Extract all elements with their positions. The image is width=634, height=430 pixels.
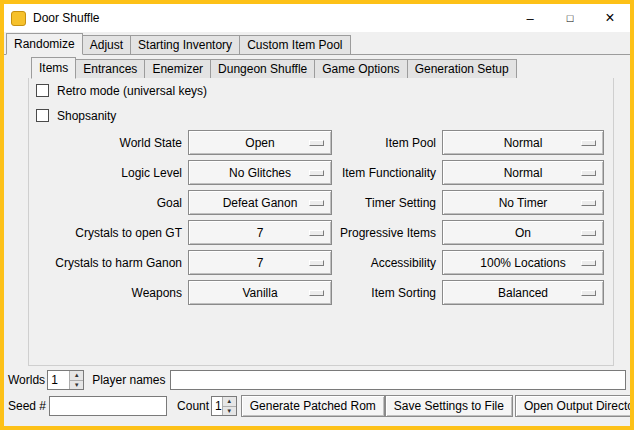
tab-randomize[interactable]: Randomize bbox=[6, 33, 83, 55]
accessibility-dropdown[interactable]: 100% Locations bbox=[442, 250, 604, 275]
tab-items[interactable]: Items bbox=[31, 57, 76, 79]
item-functionality-value: Normal bbox=[504, 166, 543, 180]
outer-tab-row: Randomize Adjust Starting Inventory Cust… bbox=[4, 32, 630, 55]
progressive-items-label: Progressive Items bbox=[292, 220, 436, 245]
worlds-value: 1 bbox=[48, 371, 69, 389]
weapons-value: Vanilla bbox=[242, 286, 277, 300]
tab-starting-inventory[interactable]: Starting Inventory bbox=[130, 35, 240, 54]
maximize-button[interactable]: □ bbox=[550, 4, 590, 32]
save-settings-button[interactable]: Save Settings to File bbox=[385, 395, 513, 417]
minimize-button[interactable]: – bbox=[510, 4, 550, 32]
goal-value: Defeat Ganon bbox=[223, 196, 298, 210]
dropdown-indicator-icon bbox=[581, 290, 596, 296]
shopsanity-row: Shopsanity bbox=[36, 108, 116, 123]
shopsanity-label: Shopsanity bbox=[57, 109, 116, 123]
crystals-harm-ganon-label: Crystals to harm Ganon bbox=[22, 250, 182, 275]
timer-setting-label: Timer Setting bbox=[292, 190, 436, 215]
dropdown-indicator-icon bbox=[581, 230, 596, 236]
item-functionality-dropdown[interactable]: Normal bbox=[442, 160, 604, 185]
tab-generation-setup[interactable]: Generation Setup bbox=[407, 59, 517, 78]
worlds-label: Worlds bbox=[8, 373, 45, 387]
dropdown-indicator-icon bbox=[581, 170, 596, 176]
dropdown-indicator-icon bbox=[581, 140, 596, 146]
retro-mode-checkbox[interactable] bbox=[36, 84, 49, 97]
footer-row-seed: Seed # Count 1 ▲ ▼ Generate Patched Rom … bbox=[8, 395, 626, 417]
timer-setting-dropdown[interactable]: No Timer bbox=[442, 190, 604, 215]
player-names-label: Player names bbox=[92, 373, 165, 387]
count-value: 1 bbox=[212, 397, 222, 415]
item-sorting-value: Balanced bbox=[498, 286, 548, 300]
crystals-harm-ganon-value: 7 bbox=[257, 256, 264, 270]
seed-input[interactable] bbox=[49, 396, 167, 416]
dropdown-indicator-icon bbox=[581, 200, 596, 206]
weapons-label: Weapons bbox=[22, 280, 182, 305]
worlds-spinner[interactable]: 1 ▲ ▼ bbox=[47, 370, 84, 390]
tab-enemizer[interactable]: Enemizer bbox=[144, 59, 211, 78]
shopsanity-checkbox[interactable] bbox=[36, 109, 49, 122]
accessibility-value: 100% Locations bbox=[480, 256, 565, 270]
item-pool-value: Normal bbox=[504, 136, 543, 150]
progressive-items-value: On bbox=[515, 226, 531, 240]
dropdown-indicator-icon bbox=[581, 260, 596, 266]
spin-down-icon[interactable]: ▼ bbox=[69, 381, 83, 390]
timer-setting-value: No Timer bbox=[499, 196, 548, 210]
door-shuffle-window: Door Shuffle – □ × Randomize Adjust Star… bbox=[0, 0, 634, 430]
crystals-open-gt-label: Crystals to open GT bbox=[22, 220, 182, 245]
app-icon bbox=[11, 11, 26, 26]
window-title: Door Shuffle bbox=[33, 11, 100, 25]
item-pool-dropdown[interactable]: Normal bbox=[442, 130, 604, 155]
player-names-input[interactable] bbox=[170, 370, 627, 390]
tab-adjust[interactable]: Adjust bbox=[82, 35, 131, 54]
tab-dungeon-shuffle[interactable]: Dungeon Shuffle bbox=[210, 59, 315, 78]
retro-mode-label: Retro mode (universal keys) bbox=[57, 84, 207, 98]
footer-row-worlds: Worlds 1 ▲ ▼ Player names bbox=[8, 370, 626, 390]
generate-patched-rom-button[interactable]: Generate Patched Rom bbox=[241, 395, 385, 417]
open-output-directory-button[interactable]: Open Output Directory bbox=[515, 395, 634, 417]
retro-mode-row: Retro mode (universal keys) bbox=[36, 83, 207, 98]
close-button[interactable]: × bbox=[590, 4, 630, 32]
spin-up-icon[interactable]: ▲ bbox=[69, 371, 83, 381]
logic-level-label: Logic Level bbox=[22, 160, 182, 185]
accessibility-label: Accessibility bbox=[292, 250, 436, 275]
count-spinner[interactable]: 1 ▲ ▼ bbox=[211, 396, 237, 416]
crystals-open-gt-value: 7 bbox=[257, 226, 264, 240]
tab-game-options[interactable]: Game Options bbox=[314, 59, 407, 78]
item-sorting-label: Item Sorting bbox=[292, 280, 436, 305]
seed-label: Seed # bbox=[8, 399, 46, 413]
window-controls: – □ × bbox=[510, 4, 630, 32]
item-pool-label: Item Pool bbox=[292, 130, 436, 155]
goal-label: Goal bbox=[22, 190, 182, 215]
world-state-value: Open bbox=[245, 136, 274, 150]
progressive-items-dropdown[interactable]: On bbox=[442, 220, 604, 245]
spin-up-icon[interactable]: ▲ bbox=[222, 397, 236, 407]
inner-tab-row: Items Entrances Enemizer Dungeon Shuffle… bbox=[28, 56, 614, 79]
world-state-label: World State bbox=[22, 130, 182, 155]
logic-level-value: No Glitches bbox=[229, 166, 291, 180]
item-sorting-dropdown[interactable]: Balanced bbox=[442, 280, 604, 305]
tab-custom-item-pool[interactable]: Custom Item Pool bbox=[239, 35, 350, 54]
titlebar: Door Shuffle – □ × bbox=[4, 4, 630, 32]
item-functionality-label: Item Functionality bbox=[292, 160, 436, 185]
worlds-spin-arrows: ▲ ▼ bbox=[69, 371, 83, 389]
tab-entrances[interactable]: Entrances bbox=[75, 59, 145, 78]
spin-down-icon[interactable]: ▼ bbox=[222, 407, 236, 416]
count-label: Count bbox=[177, 399, 209, 413]
count-spin-arrows: ▲ ▼ bbox=[222, 397, 236, 415]
